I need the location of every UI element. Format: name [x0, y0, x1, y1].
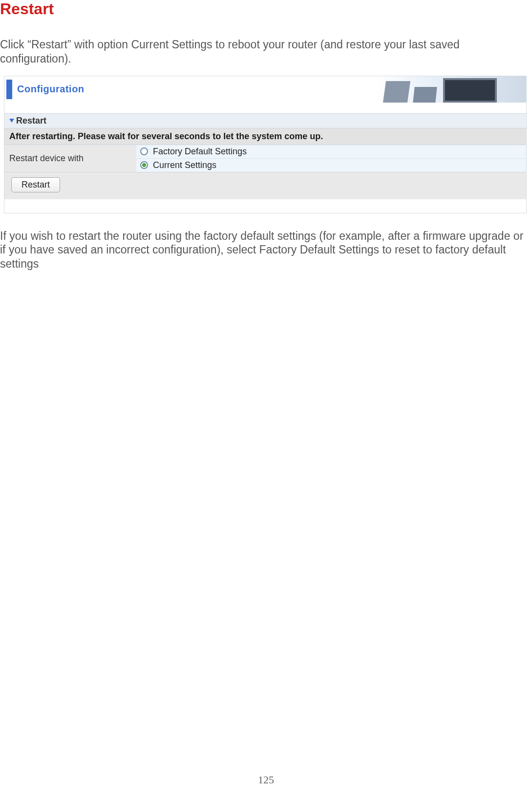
- spacer: [4, 103, 526, 113]
- option-label: Factory Default Settings: [153, 147, 247, 157]
- section-title-text: Restart: [16, 116, 46, 126]
- config-header: Configuration: [4, 76, 526, 103]
- decorative-shape: [383, 81, 410, 103]
- radio-icon: [140, 147, 148, 155]
- option-label: Current Settings: [153, 160, 216, 170]
- option-factory-default[interactable]: Factory Default Settings: [136, 145, 526, 159]
- chevron-down-icon: [9, 119, 14, 123]
- option-current-settings[interactable]: Current Settings: [136, 159, 526, 172]
- restart-option-group: Factory Default Settings Current Setting…: [136, 145, 526, 172]
- header-decorative-image: [375, 76, 526, 103]
- config-screenshot: Configuration Restart After restarting. …: [4, 76, 527, 213]
- page-number: 125: [0, 774, 532, 786]
- section-title-bar: Restart: [4, 113, 526, 128]
- page-heading: Restart: [0, 0, 532, 18]
- restart-button[interactable]: Restart: [11, 177, 60, 192]
- restart-notice: After restarting. Please wait for severa…: [4, 128, 526, 145]
- header-accent-bar: [6, 80, 12, 99]
- intro-paragraph: Click “Restart” with option Current Sett…: [0, 38, 532, 66]
- decorative-monitor-icon: [443, 78, 497, 103]
- decorative-shape: [413, 87, 437, 103]
- radio-icon: [140, 161, 148, 169]
- outro-paragraph: If you wish to restart the router using …: [0, 229, 532, 271]
- spacer: [4, 199, 526, 213]
- button-row: Restart: [4, 172, 526, 199]
- config-header-title: Configuration: [17, 84, 85, 95]
- restart-option-row: Restart device with Factory Default Sett…: [4, 145, 526, 172]
- restart-option-label: Restart device with: [4, 145, 136, 172]
